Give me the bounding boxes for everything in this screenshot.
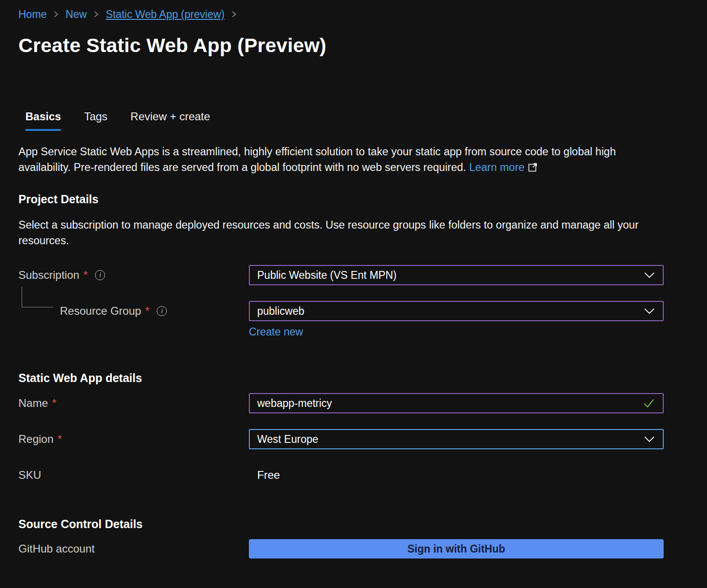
breadcrumb: Home New Static Web App (preview) <box>18 7 689 21</box>
resource-group-label: Resource Group <box>60 305 141 318</box>
breadcrumb-new-link[interactable]: New <box>65 7 87 21</box>
resource-group-row: Resource Group * i publicweb <box>18 301 689 321</box>
learn-more-link[interactable]: Learn more <box>469 161 524 173</box>
github-account-label-group: GitHub account <box>18 542 249 555</box>
region-dropdown-value: West Europe <box>257 433 318 446</box>
tab-basics[interactable]: Basics <box>25 110 61 131</box>
name-input-container <box>249 393 664 413</box>
sku-row: SKU Free <box>18 469 689 482</box>
subscription-label: Subscription <box>18 269 79 282</box>
github-field-col: Sign in with GitHub <box>249 539 664 559</box>
name-label-group: Name * <box>18 397 249 410</box>
region-dropdown[interactable]: West Europe <box>249 429 664 449</box>
info-icon[interactable]: i <box>95 270 105 280</box>
create-new-resource-group-link[interactable]: Create new <box>249 326 303 338</box>
sku-label-group: SKU <box>18 469 249 482</box>
subscription-row: Subscription * i Public Website (VS Ent … <box>18 265 689 285</box>
breadcrumb-separator-icon <box>231 10 237 19</box>
external-link-icon <box>528 160 538 176</box>
page-title: Create Static Web App (Preview) <box>18 34 689 57</box>
region-label-group: Region * <box>18 433 249 446</box>
subscription-dropdown-value: Public Website (VS Ent MPN) <box>257 269 397 282</box>
name-row: Name * <box>18 393 689 413</box>
required-marker: * <box>145 305 149 318</box>
tab-bar: Basics Tags Review + create <box>18 110 689 131</box>
name-field-col <box>249 393 664 413</box>
breadcrumb-home-link[interactable]: Home <box>18 7 47 21</box>
info-icon[interactable]: i <box>157 306 167 316</box>
subscription-label-group: Subscription * i <box>18 269 249 282</box>
checkmark-icon <box>642 398 655 409</box>
intro-text: App Service Static Web Apps is a streaml… <box>18 146 616 173</box>
tab-tags[interactable]: Tags <box>84 110 107 131</box>
breadcrumb-static-web-app-link[interactable]: Static Web App (preview) <box>106 7 224 21</box>
github-account-label: GitHub account <box>18 542 94 555</box>
project-details-heading: Project Details <box>18 193 689 206</box>
chevron-down-icon <box>643 435 655 443</box>
chevron-down-icon <box>643 271 655 279</box>
region-field-col: West Europe <box>249 429 664 449</box>
required-marker: * <box>52 397 56 410</box>
sign-in-with-github-button[interactable]: Sign in with GitHub <box>249 539 664 559</box>
region-label: Region <box>18 433 53 446</box>
resource-group-field-col: publicweb <box>249 301 664 321</box>
subscription-field-col: Public Website (VS Ent MPN) <box>249 265 664 285</box>
resource-group-label-group: Resource Group * i <box>18 305 249 318</box>
tab-review-create[interactable]: Review + create <box>130 110 210 131</box>
chevron-down-icon <box>643 307 655 315</box>
github-account-row: GitHub account Sign in with GitHub <box>18 539 689 559</box>
sku-value: Free <box>249 469 280 481</box>
resource-group-dropdown[interactable]: publicweb <box>249 301 664 321</box>
source-control-details-heading: Source Control Details <box>18 517 689 531</box>
static-web-app-details-heading: Static Web App details <box>18 371 689 385</box>
subscription-resource-group-connector <box>22 287 53 307</box>
required-marker: * <box>83 269 88 282</box>
breadcrumb-separator-icon <box>53 10 59 19</box>
sku-field-col: Free <box>249 469 664 482</box>
sku-label: SKU <box>18 469 41 482</box>
region-row: Region * West Europe <box>18 429 689 449</box>
breadcrumb-separator-icon <box>93 10 99 19</box>
name-input[interactable] <box>257 397 642 410</box>
project-details-form: Subscription * i Public Website (VS Ent … <box>18 265 689 338</box>
resource-group-dropdown-value: publicweb <box>257 305 304 318</box>
project-details-description: Select a subscription to manage deployed… <box>18 217 664 248</box>
required-marker: * <box>58 433 62 446</box>
intro-paragraph: App Service Static Web Apps is a streaml… <box>18 144 662 176</box>
create-static-web-app-page: Home New Static Web App (preview) Create… <box>0 0 707 559</box>
name-label: Name <box>18 397 48 410</box>
subscription-dropdown[interactable]: Public Website (VS Ent MPN) <box>249 265 664 285</box>
